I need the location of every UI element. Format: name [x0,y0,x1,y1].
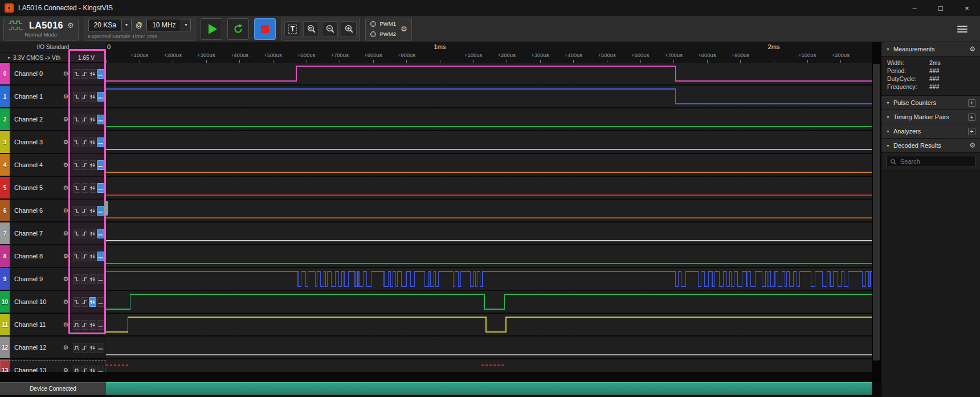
channel-color-badge[interactable]: 10 [0,291,10,313]
channel-row[interactable]: 9Channel 9⚙ [0,268,106,290]
channel-settings-gear-icon[interactable]: ⚙ [61,245,71,267]
waveform-row[interactable] [106,359,872,372]
channel-color-badge[interactable]: 2 [0,108,10,130]
channel-name[interactable]: Channel 2 [10,108,61,130]
caret-down-icon[interactable]: ▼ [181,19,190,31]
channel-row[interactable]: 2Channel 2⚙ [0,108,106,130]
trigger-fall-button[interactable] [73,160,80,170]
waveform-viewport[interactable] [106,63,872,372]
trigger-either-button[interactable] [89,183,96,193]
timeline-ruler[interactable]: 01ms2ms+100us+200us+300us+400us+500us+60… [106,42,872,63]
pwm-settings-gear-icon[interactable]: ⚙ [401,25,407,33]
channel-settings-gear-icon[interactable]: ⚙ [61,63,71,84]
trigger-either-button[interactable] [89,366,96,372]
waveform-row[interactable] [106,108,872,130]
trigger-level-button[interactable] [97,320,104,330]
channel-row[interactable]: 13Channel 13⚙ [0,359,106,372]
trigger-fall-button[interactable] [73,115,80,124]
waveform-row[interactable] [106,63,872,84]
trigger-fall-button[interactable] [73,69,80,79]
trigger-either-button[interactable] [89,160,96,170]
waveform-row[interactable] [106,222,872,244]
section-pulse-counters[interactable]: ▼ Pulse Counters + [881,96,980,110]
channel-color-badge[interactable]: 12 [0,337,10,358]
trigger-rise-button[interactable] [81,343,88,353]
channel-row[interactable]: 1Channel 1⚙ [0,86,106,107]
trigger-level-button[interactable] [97,137,104,147]
channel-settings-gear-icon[interactable]: ⚙ [61,337,71,358]
measurements-gear-icon[interactable]: ⚙ [969,45,975,53]
pwm2-toggle[interactable]: PWM2 [370,30,396,39]
channel-name[interactable]: Channel 12 [10,337,61,358]
channel-settings-gear-icon[interactable]: ⚙ [61,108,71,130]
trigger-either-button[interactable] [89,229,96,238]
waveform-row[interactable] [106,177,872,198]
waveform-row[interactable] [106,268,872,290]
channel-name[interactable]: Channel 5 [10,177,61,198]
trigger-either-button[interactable] [89,252,96,261]
trigger-pulse-button[interactable] [73,366,80,372]
channel-settings-gear-icon[interactable]: ⚙ [61,314,71,335]
zoom-in-button[interactable] [341,21,357,37]
decoded-results-gear-icon[interactable]: ⚙ [969,141,975,149]
trigger-rise-button[interactable] [81,320,88,330]
channel-name[interactable]: Channel 11 [10,314,61,335]
waveform-row[interactable] [106,131,872,153]
section-analyzers[interactable]: ▼ Analyzers + [881,124,980,139]
trigger-rise-button[interactable] [81,69,88,79]
waveform-row[interactable] [106,314,872,335]
trigger-level-button[interactable] [97,229,104,238]
trigger-either-button[interactable] [89,320,96,330]
trigger-level-button[interactable] [97,366,104,372]
capture-overview-bar[interactable] [106,382,872,395]
channel-color-badge[interactable]: 7 [0,222,10,244]
channel-color-badge[interactable]: 6 [0,200,10,221]
trigger-level-button[interactable] [97,274,104,284]
channel-name[interactable]: Channel 3 [10,131,61,153]
channel-color-badge[interactable]: 5 [0,177,10,198]
sample-count-dropdown[interactable]: 20 KSa ▼ [88,19,132,31]
channel-row[interactable]: 3Channel 3⚙ [0,131,106,153]
waveform-row[interactable] [106,245,872,267]
trigger-either-button[interactable] [89,206,96,216]
trigger-rise-button[interactable] [81,183,88,193]
vertical-scrollbar-thumb[interactable] [873,64,880,360]
trigger-level-button[interactable] [97,92,104,102]
loop-run-button[interactable] [227,18,249,40]
trigger-rise-button[interactable] [81,366,88,372]
channel-settings-gear-icon[interactable]: ⚙ [61,291,71,313]
trigger-either-button[interactable] [89,92,96,102]
trigger-level-button[interactable] [97,206,104,216]
channel-name[interactable]: Channel 6 [10,200,61,221]
trigger-pulse-button[interactable] [73,320,80,330]
channel-row[interactable]: 0Channel 0⚙ [0,63,106,84]
channel-row[interactable]: 10Channel 10⚙ [0,291,106,313]
trigger-fall-button[interactable] [73,183,80,193]
panel-splitter-handle[interactable] [104,201,108,216]
channel-color-badge[interactable]: 3 [0,131,10,153]
trigger-either-button[interactable] [89,137,96,147]
trigger-level-button[interactable] [97,252,104,261]
trigger-rise-button[interactable] [81,297,88,307]
section-measurements[interactable]: ▼ Measurements ⚙ [881,42,980,56]
channel-color-badge[interactable]: 8 [0,245,10,267]
waveform-row[interactable] [106,154,872,176]
vth-value[interactable]: 1.65 V [78,55,95,61]
trigger-fall-button[interactable] [73,274,80,284]
add-pulse-counter-icon[interactable]: + [968,99,975,107]
trigger-rise-button[interactable] [81,160,88,170]
pwm1-toggle[interactable]: PWM1 [370,19,396,29]
channel-row[interactable]: 4Channel 4⚙ [0,154,106,176]
zoom-fit-button[interactable] [303,21,319,37]
trigger-rise-button[interactable] [81,229,88,238]
channel-settings-gear-icon[interactable]: ⚙ [61,222,71,244]
trigger-pulse-button[interactable] [73,343,80,353]
section-decoded-results[interactable]: ▼ Decoded Results ⚙ [881,139,980,153]
waveform-row[interactable] [106,337,872,358]
trigger-fall-button[interactable] [73,229,80,238]
start-button[interactable] [201,18,222,40]
channel-color-badge[interactable]: 13 [0,359,10,372]
caret-down-icon[interactable]: ▼ [121,19,131,31]
waveform-row[interactable] [106,200,872,221]
device-settings-gear-icon[interactable]: ⚙ [67,21,74,30]
